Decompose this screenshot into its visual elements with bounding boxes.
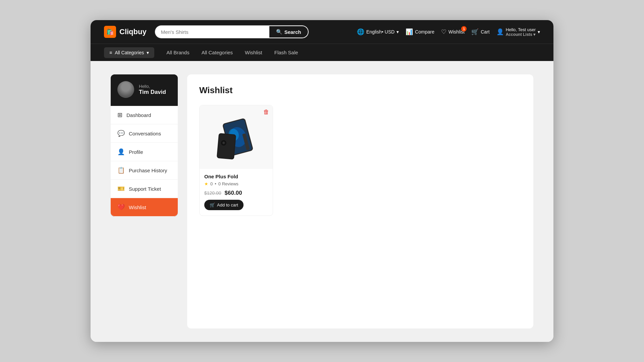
- rating-row: ★ 0 • 0 Reviews: [204, 181, 268, 186]
- sidebar-item-purchase-history-label: Purchase History: [129, 168, 167, 173]
- nav-item-wishlist[interactable]: Wishlist: [245, 48, 262, 57]
- header-actions: 🌐 English• USD ▾ 📊 Compare ♡ Wishlist 1 …: [357, 27, 540, 37]
- nav-item-flash-sale[interactable]: Flash Sale: [274, 48, 298, 57]
- nav-chevron-icon: ▾: [147, 50, 149, 55]
- nav-item-all-categories[interactable]: All Categories: [202, 48, 233, 57]
- brand-name: Cliqbuy: [119, 27, 147, 36]
- compare-icon: 📊: [406, 28, 413, 36]
- user-info: Hello, Tim David: [139, 84, 166, 96]
- star-icon: ★: [204, 181, 208, 186]
- language-selector[interactable]: 🌐 English• USD ▾: [357, 28, 399, 36]
- search-icon: 🔍: [276, 29, 282, 35]
- cart-icon: 🛒: [471, 28, 479, 36]
- logo[interactable]: 🛍️ Cliqbuy: [104, 26, 147, 38]
- rating-separator: •: [215, 181, 216, 186]
- page-title: Wishlist: [199, 85, 521, 96]
- sidebar-item-conversations[interactable]: 💬 Conversations: [111, 124, 178, 143]
- globe-icon: 🌐: [357, 28, 364, 36]
- search-area: Men's Shirts 🔍 Search: [155, 25, 309, 39]
- cart-label: Cart: [481, 29, 489, 35]
- avatar: [117, 81, 134, 98]
- conversations-icon: 💬: [117, 130, 125, 137]
- sidebar-card: Hello, Tim David ⊞ Dashboard 💬 Conversat…: [111, 74, 178, 217]
- add-to-cart-button[interactable]: 🛒 Add to cart: [204, 200, 244, 210]
- original-price: $120.00: [204, 190, 221, 196]
- sidebar-item-support-ticket[interactable]: 🎫 Support Ticket: [111, 180, 178, 198]
- heart-icon: ♡: [441, 28, 446, 36]
- username-text: Tim David: [139, 89, 166, 96]
- cart-btn-icon: 🛒: [210, 202, 215, 207]
- sidebar-item-conversations-label: Conversations: [129, 131, 161, 136]
- sidebar-item-profile[interactable]: 👤 Profile: [111, 143, 178, 161]
- hello-text: Hello, Test userAccount Lists ▾: [506, 27, 536, 37]
- sidebar-item-wishlist-label: Wishlist: [129, 204, 146, 210]
- user-icon: 👤: [496, 28, 504, 36]
- dashboard-icon: ⊞: [117, 111, 122, 119]
- product-image-area: [200, 105, 273, 169]
- user-header: Hello, Tim David: [111, 74, 178, 106]
- language-chevron-icon: ▾: [396, 29, 399, 35]
- compare-label: Compare: [415, 29, 434, 35]
- compare-button[interactable]: 📊 Compare: [406, 28, 434, 36]
- cart-button[interactable]: 🛒 Cart: [471, 28, 489, 36]
- sidebar-item-support-ticket-label: Support Ticket: [129, 186, 161, 192]
- wishlist-badge-count: 1: [461, 26, 467, 32]
- sidebar-menu: ⊞ Dashboard 💬 Conversations 👤 Profile 📋 …: [111, 106, 178, 217]
- product-info: One Plus Fold ★ 0 • 0 Reviews $120.00 $6…: [200, 169, 273, 216]
- all-categories-label: All Categories: [115, 50, 144, 55]
- main-content: Hello, Tim David ⊞ Dashboard 💬 Conversat…: [91, 61, 553, 342]
- language-label: English• USD: [366, 29, 394, 35]
- wishlist-sidebar-icon: ❤️: [117, 203, 125, 211]
- sidebar-item-dashboard-label: Dashboard: [126, 112, 151, 118]
- delete-button[interactable]: 🗑: [263, 109, 269, 116]
- rating-value: 0: [210, 181, 213, 186]
- account-lists-label: Account Lists ▾: [506, 32, 536, 37]
- search-button-label: Search: [284, 29, 301, 35]
- header: 🛍️ Cliqbuy Men's Shirts 🔍 Search 🌐 Engli…: [91, 20, 553, 44]
- product-name: One Plus Fold: [204, 174, 268, 179]
- wishlist-button[interactable]: ♡ Wishlist 1: [441, 28, 465, 36]
- greeting-text: Hello,: [139, 84, 166, 89]
- nav-item-all-brands[interactable]: All Brands: [166, 48, 189, 57]
- search-input[interactable]: Men's Shirts: [155, 25, 269, 38]
- search-button[interactable]: 🔍 Search: [269, 25, 309, 38]
- logo-emoji: 🛍️: [106, 28, 114, 36]
- logo-icon: 🛍️: [104, 26, 116, 38]
- purchase-history-icon: 📋: [117, 167, 125, 174]
- avatar-image: [117, 81, 134, 98]
- menu-icon: ≡: [109, 50, 112, 55]
- reviews-text: 0 Reviews: [218, 181, 238, 186]
- product-image: [209, 110, 263, 164]
- price-row: $120.00 $60.00: [204, 190, 268, 196]
- account-info: Hello, Test userAccount Lists ▾: [506, 27, 536, 37]
- account-chevron-icon: ▾: [538, 29, 540, 35]
- sidebar-item-profile-label: Profile: [129, 149, 143, 155]
- all-categories-menu[interactable]: ≡ All Categories ▾: [104, 47, 154, 58]
- profile-icon: 👤: [117, 148, 125, 156]
- sidebar-item-dashboard[interactable]: ⊞ Dashboard: [111, 106, 178, 124]
- svg-rect-5: [218, 134, 235, 159]
- sidebar-item-purchase-history[interactable]: 📋 Purchase History: [111, 161, 178, 180]
- sidebar-item-wishlist[interactable]: ❤️ Wishlist: [111, 198, 178, 217]
- nav-bar: ≡ All Categories ▾ All Brands All Catego…: [91, 44, 553, 61]
- product-card: 🗑: [199, 105, 273, 216]
- support-ticket-icon: 🎫: [117, 185, 125, 192]
- sale-price: $60.00: [225, 190, 242, 196]
- add-to-cart-label: Add to cart: [217, 202, 238, 207]
- sidebar: Hello, Tim David ⊞ Dashboard 💬 Conversat…: [111, 74, 178, 328]
- product-area: Wishlist 🗑: [187, 74, 533, 328]
- account-button[interactable]: 👤 Hello, Test userAccount Lists ▾ ▾: [496, 27, 540, 37]
